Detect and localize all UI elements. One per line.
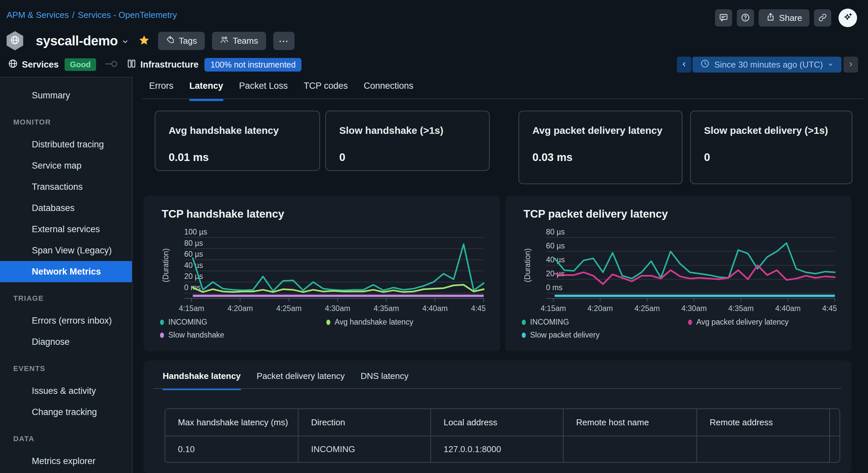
legend-label: Avg handshake latency [335, 318, 413, 326]
tab-packet-loss[interactable]: Packet Loss [239, 81, 288, 101]
services-status-badge[interactable]: Good [65, 58, 96, 71]
sidebar-item-network-metrics[interactable]: Network Metrics [0, 261, 132, 282]
sidebar-item-transactions[interactable]: Transactions [0, 176, 132, 197]
sidebar-item-service-map[interactable]: Service map [0, 155, 132, 176]
help-button[interactable] [737, 9, 754, 27]
legend-item-incoming[interactable]: INCOMING [522, 318, 688, 326]
sidebar-item-distributed-tracing[interactable]: Distributed tracing [0, 134, 132, 155]
global-actions: Share [715, 9, 857, 27]
sidebar-item-databases[interactable]: Databases [0, 197, 132, 219]
sidebar-item-external-services[interactable]: External services [0, 219, 132, 240]
sidebar-item-summary[interactable]: Summary [0, 85, 132, 106]
svg-text:4:35am: 4:35am [728, 304, 754, 313]
sidebar-item-label: Issues & activity [32, 386, 96, 396]
tab-tcp-codes[interactable]: TCP codes [304, 81, 348, 101]
sidebar-section-header: MONITOR [0, 111, 132, 130]
sidebar-section-header: TRIAGE [0, 287, 132, 306]
ai-assistant-button[interactable] [838, 9, 857, 27]
legend-dot-icon [522, 333, 526, 338]
sidebar-item-span-view-legacy[interactable]: Span View (Legacy) [0, 240, 132, 261]
legend-dot-icon [688, 320, 692, 325]
legend-item-slow-handshake[interactable]: Slow handshake [160, 330, 326, 340]
sidebar-section: DATAMetrics explorer [0, 428, 132, 472]
sidebar-item-metrics-explorer[interactable]: Metrics explorer [0, 450, 132, 472]
legend-item-incoming[interactable]: INCOMING [160, 318, 326, 326]
subtab-dns-latency[interactable]: DNS latency [361, 371, 408, 390]
time-range-next-button[interactable] [843, 57, 858, 72]
legend-item-slow-packet-delivery[interactable]: Slow packet delivery [522, 330, 688, 340]
column-header-max-handshake-latency-ms[interactable]: Max handshake latency (ms) [165, 409, 298, 436]
sidebar-item-label: Errors (errors inbox) [32, 316, 112, 326]
service-name-dropdown[interactable]: syscall-demo [36, 33, 129, 49]
svg-text:0 ms: 0 ms [546, 283, 562, 292]
breadcrumb: APM & Services / Services - OpenTelemetr… [7, 10, 177, 20]
svg-text:60 µs: 60 µs [546, 242, 565, 250]
sidebar-item-label: Databases [32, 203, 74, 213]
metric-card-title: Avg handshake latency [168, 124, 306, 137]
time-range-dropdown[interactable]: Since 30 minutes ago (UTC) [692, 57, 841, 72]
svg-text:4:15am: 4:15am [179, 304, 205, 313]
table-cell: 127.0.0.1:8000 [430, 436, 563, 462]
sidebar-section-header: DATA [0, 428, 132, 446]
sidebar-item-diagnose[interactable]: Diagnose [0, 331, 132, 352]
metric-card-avg-handshake-latency: Avg handshake latency0.01 ms [155, 111, 320, 171]
sidebar-item-errors-errors-inbox[interactable]: Errors (errors inbox) [0, 310, 132, 331]
svg-text:4:25am: 4:25am [276, 304, 302, 313]
legend-item-avg-handshake-latency[interactable]: Avg handshake latency [326, 318, 413, 326]
table-header-row: Max handshake latency (ms)DirectionLocal… [165, 409, 839, 436]
legend-label: Avg packet delivery latency [696, 318, 788, 326]
time-range-previous-button[interactable] [677, 57, 691, 72]
chart-legend: INCOMINGSlow packet deliveryAvg packet d… [522, 318, 788, 340]
breadcrumb-link-apm-services[interactable]: APM & Services [7, 10, 69, 20]
infrastructure-label: Infrastructure [141, 60, 199, 70]
copy-link-button[interactable] [814, 9, 831, 27]
service-map-icon [13, 160, 24, 171]
distributed-tracing-icon [13, 139, 24, 150]
comment-icon [719, 13, 728, 23]
breadcrumb-link-services-opentelemetry[interactable]: Services - OpenTelemetry [78, 10, 177, 20]
sidebar-item-change-tracking[interactable]: Change tracking [0, 402, 132, 423]
share-button[interactable]: Share [759, 9, 809, 27]
tags-button[interactable]: Tags [158, 32, 205, 50]
favorite-star-button[interactable] [138, 34, 151, 47]
subtab-handshake-latency[interactable]: Handshake latency [163, 371, 241, 390]
sidebar-item-label: External services [32, 224, 100, 234]
toggle-icon[interactable] [105, 60, 118, 70]
svg-text:4:20am: 4:20am [227, 304, 253, 313]
legend-item-avg-packet-delivery-latency[interactable]: Avg packet delivery latency [688, 318, 788, 326]
legend-label: Slow handshake [168, 330, 224, 340]
column-header-remote-host-name[interactable]: Remote host name [563, 409, 696, 436]
tab-latency[interactable]: Latency [189, 81, 223, 101]
sidebar-item-label: Change tracking [32, 407, 97, 417]
sidebar-section: MONITORDistributed tracingService mapTra… [0, 111, 132, 282]
change-tracking-icon [13, 407, 24, 417]
inbox-icon [13, 315, 24, 326]
sidebar-item-issues-activity[interactable]: Issues & activity [0, 380, 132, 402]
more-actions-button[interactable]: ⋯ [273, 32, 294, 50]
sidebar-item-label: Network Metrics [32, 266, 101, 277]
breadcrumb-separator: / [72, 10, 74, 20]
infrastructure-status-badge[interactable]: 100% not instrumented [205, 58, 302, 71]
column-header-direction[interactable]: Direction [298, 409, 430, 436]
teams-button[interactable]: Teams [212, 32, 266, 50]
chevron-left-icon [681, 61, 687, 69]
feedback-button[interactable] [715, 9, 732, 27]
instrumentation-status: Services Good Infrastructure 100% not in… [8, 57, 302, 72]
teams-label: Teams [232, 36, 258, 46]
ellipsis-icon: ⋯ [279, 35, 289, 47]
column-header-remote-address[interactable]: Remote address [696, 409, 829, 436]
tab-connections[interactable]: Connections [364, 81, 413, 101]
service-avatar [7, 31, 23, 50]
legend-label: INCOMING [530, 318, 569, 326]
tab-errors[interactable]: Errors [149, 81, 174, 101]
svg-text:4:30am: 4:30am [681, 304, 707, 313]
tags-label: Tags [179, 36, 197, 46]
sidebar-item-label: Metrics explorer [32, 456, 95, 466]
network-metrics-icon [13, 266, 24, 277]
column-header-local-address[interactable]: Local address [430, 409, 563, 436]
subtab-packet-delivery-latency[interactable]: Packet delivery latency [257, 371, 345, 390]
column-header-spacer [829, 409, 839, 436]
table-cell: INCOMING [298, 436, 430, 462]
service-header: syscall-demo Tags Teams ⋯ [7, 31, 294, 50]
table-cell: 0.10 [165, 436, 298, 462]
